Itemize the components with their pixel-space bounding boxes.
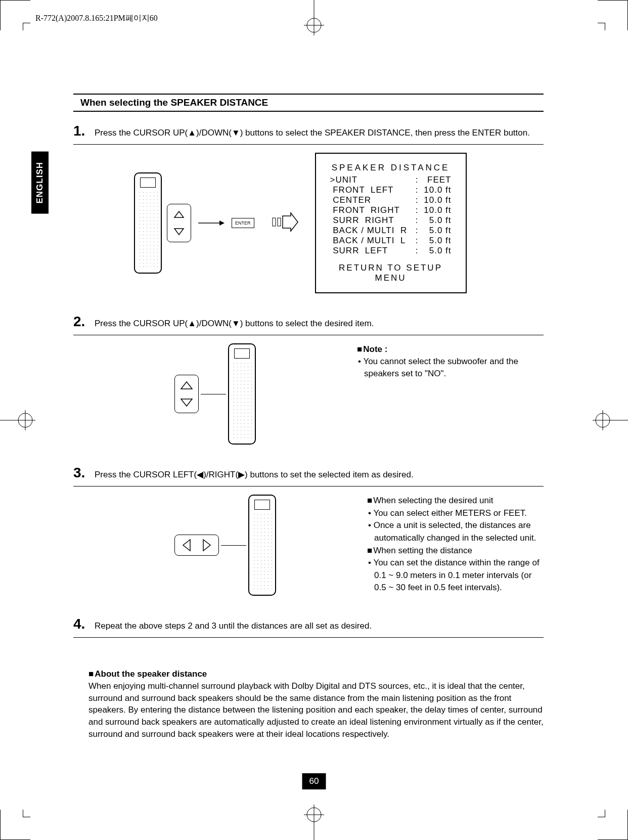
about-title: About the speaker distance [88,669,207,679]
big-arrow-icon [270,211,300,235]
step-3: 3. Press the CURSOR LEFT(◀)/RIGHT(▶) but… [73,465,544,606]
registration-mark-icon [299,0,329,35]
note-title: Note : [357,344,387,354]
registration-mark-icon [299,805,329,840]
osd-title: SPEAKER DISTANCE [330,163,452,173]
section-title-bar: When selecting the SPEAKER DISTANCE [73,94,544,112]
remote-control-illustration [248,495,276,596]
osd-row: FRONT RIGHT:10.0 ft [330,205,452,215]
leader-line [221,545,246,546]
arrow-icon [196,218,227,228]
page-content: When selecting the SPEAKER DISTANCE 1. P… [73,94,544,740]
osd-row: SURR RIGHT:5.0 ft [330,215,452,226]
cursor-down-icon [178,395,195,410]
note-block: Note : • You cannot select the subwoofer… [357,343,544,379]
subheading: When setting the distance [367,545,544,557]
cursor-left-right-callout [174,535,219,556]
cursor-down-icon [170,225,188,239]
registration-mark-icon [593,405,628,435]
step-number: 2. [73,314,88,330]
file-header: R-772(A)2007.8.165:21PM페이지60 [35,13,158,24]
svg-rect-17 [278,218,281,226]
step-text: Press the CURSOR LEFT(◀)/RIGHT(▶) button… [95,469,414,481]
osd-row: SURR LEFT:5.0 ft [330,246,452,256]
osd-row: FRONT LEFT:10.0 ft [330,185,452,195]
enter-button-illustration: ENTER [232,218,254,228]
svg-rect-16 [273,218,276,226]
svg-marker-12 [174,211,184,217]
step-2: 2. Press the CURSOR UP(▲)/DOWN(▼) button… [73,314,544,455]
svg-marker-15 [219,220,225,226]
about-body: When enjoying multi-channel surround pla… [88,680,544,740]
bullet: • Once a unit is selected, the distances… [367,519,544,544]
cursor-up-down-callout [167,204,191,242]
osd-row: BACK / MULTI R:5.0 ft [330,226,452,236]
step-text: Press the CURSOR UP(▲)/DOWN(▼) buttons t… [95,318,374,330]
step-1: 1. Press the CURSOR UP(▲)/DOWN(▼) button… [73,123,544,303]
leader-line [201,394,226,394]
step-number: 4. [73,616,88,632]
step-text: Repeat the above steps 2 and 3 until the… [95,620,372,632]
remote-control-illustration [228,343,256,445]
osd-row: CENTER:10.0 ft [330,195,452,205]
crop-mark [23,810,30,817]
osd-screen: SPEAKER DISTANCE >UNIT:FEET FRONT LEFT:1… [315,153,467,293]
crop-mark [598,23,605,30]
section-title: When selecting the SPEAKER DISTANCE [73,97,544,108]
bullet: • You can select either METERS or FEET. [367,507,544,520]
about-section: About the speaker distance When enjoying… [73,668,544,740]
svg-marker-21 [203,540,210,551]
crop-mark [598,810,605,817]
step-number: 1. [73,123,88,139]
page-number: 60 [302,773,326,789]
svg-marker-18 [181,382,192,389]
cursor-up-down-callout [174,375,199,413]
osd-row: BACK / MULTI L:5.0 ft [330,236,452,246]
step-3-notes: When selecting the desired unit • You ca… [367,495,544,594]
cursor-left-icon [178,538,195,552]
cursor-up-icon [178,378,195,392]
svg-marker-20 [183,540,190,551]
subheading: When selecting the desired unit [367,495,544,507]
svg-marker-13 [174,229,184,235]
osd-return: RETURN TO SETUP MENU [330,263,452,283]
cursor-up-icon [170,207,188,222]
step-4: 4. Repeat the above steps 2 and 3 until … [73,616,544,638]
crop-mark [23,23,30,30]
step-number: 3. [73,465,88,481]
registration-mark-icon [0,405,35,435]
language-tab: ENGLISH [31,152,49,214]
bullet: • You can set the distance within the ra… [367,557,544,594]
osd-row: >UNIT:FEET [330,175,452,185]
note-text: • You cannot select the subwoofer and th… [357,356,544,380]
svg-marker-19 [181,399,192,406]
remote-control-illustration [134,172,162,274]
step-text: Press the CURSOR UP(▲)/DOWN(▼) buttons t… [95,127,530,139]
cursor-right-icon [198,538,215,552]
